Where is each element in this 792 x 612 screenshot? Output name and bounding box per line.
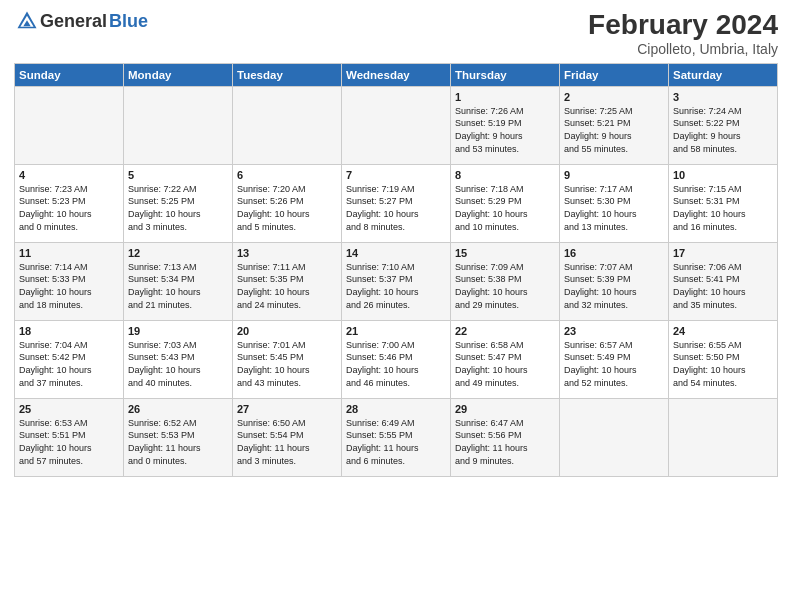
calendar-week-row: 4Sunrise: 7:23 AM Sunset: 5:23 PM Daylig… — [15, 164, 778, 242]
day-number: 22 — [455, 325, 555, 337]
weekday-header: Wednesday — [342, 63, 451, 86]
day-info: Sunrise: 6:50 AM Sunset: 5:54 PM Dayligh… — [237, 418, 310, 466]
calendar-cell — [669, 398, 778, 476]
calendar-cell: 5Sunrise: 7:22 AM Sunset: 5:25 PM Daylig… — [124, 164, 233, 242]
calendar-cell: 4Sunrise: 7:23 AM Sunset: 5:23 PM Daylig… — [15, 164, 124, 242]
calendar-title: February 2024 — [588, 10, 778, 41]
day-info: Sunrise: 7:25 AM Sunset: 5:21 PM Dayligh… — [564, 106, 633, 154]
calendar-cell — [560, 398, 669, 476]
day-info: Sunrise: 6:49 AM Sunset: 5:55 PM Dayligh… — [346, 418, 419, 466]
header: General Blue February 2024 Cipolleto, Um… — [14, 10, 778, 57]
calendar-cell: 19Sunrise: 7:03 AM Sunset: 5:43 PM Dayli… — [124, 320, 233, 398]
day-number: 14 — [346, 247, 446, 259]
calendar-week-row: 18Sunrise: 7:04 AM Sunset: 5:42 PM Dayli… — [15, 320, 778, 398]
day-number: 7 — [346, 169, 446, 181]
calendar-cell: 10Sunrise: 7:15 AM Sunset: 5:31 PM Dayli… — [669, 164, 778, 242]
day-info: Sunrise: 7:15 AM Sunset: 5:31 PM Dayligh… — [673, 184, 746, 232]
day-info: Sunrise: 7:00 AM Sunset: 5:46 PM Dayligh… — [346, 340, 419, 388]
calendar-cell: 9Sunrise: 7:17 AM Sunset: 5:30 PM Daylig… — [560, 164, 669, 242]
day-number: 19 — [128, 325, 228, 337]
weekday-header: Saturday — [669, 63, 778, 86]
day-number: 12 — [128, 247, 228, 259]
calendar-subtitle: Cipolleto, Umbria, Italy — [588, 41, 778, 57]
calendar-cell: 14Sunrise: 7:10 AM Sunset: 5:37 PM Dayli… — [342, 242, 451, 320]
calendar-cell — [124, 86, 233, 164]
day-info: Sunrise: 7:14 AM Sunset: 5:33 PM Dayligh… — [19, 262, 92, 310]
day-number: 29 — [455, 403, 555, 415]
day-info: Sunrise: 6:47 AM Sunset: 5:56 PM Dayligh… — [455, 418, 528, 466]
calendar-cell: 26Sunrise: 6:52 AM Sunset: 5:53 PM Dayli… — [124, 398, 233, 476]
day-info: Sunrise: 7:09 AM Sunset: 5:38 PM Dayligh… — [455, 262, 528, 310]
day-info: Sunrise: 6:53 AM Sunset: 5:51 PM Dayligh… — [19, 418, 92, 466]
day-info: Sunrise: 7:11 AM Sunset: 5:35 PM Dayligh… — [237, 262, 310, 310]
calendar-table: SundayMondayTuesdayWednesdayThursdayFrid… — [14, 63, 778, 477]
day-number: 18 — [19, 325, 119, 337]
calendar-cell — [342, 86, 451, 164]
logo-general: General — [40, 11, 107, 32]
day-info: Sunrise: 7:19 AM Sunset: 5:27 PM Dayligh… — [346, 184, 419, 232]
day-info: Sunrise: 6:57 AM Sunset: 5:49 PM Dayligh… — [564, 340, 637, 388]
day-number: 5 — [128, 169, 228, 181]
calendar-week-row: 11Sunrise: 7:14 AM Sunset: 5:33 PM Dayli… — [15, 242, 778, 320]
calendar-cell: 6Sunrise: 7:20 AM Sunset: 5:26 PM Daylig… — [233, 164, 342, 242]
day-number: 23 — [564, 325, 664, 337]
day-info: Sunrise: 7:07 AM Sunset: 5:39 PM Dayligh… — [564, 262, 637, 310]
calendar-cell: 25Sunrise: 6:53 AM Sunset: 5:51 PM Dayli… — [15, 398, 124, 476]
calendar-cell: 29Sunrise: 6:47 AM Sunset: 5:56 PM Dayli… — [451, 398, 560, 476]
day-number: 21 — [346, 325, 446, 337]
day-info: Sunrise: 7:04 AM Sunset: 5:42 PM Dayligh… — [19, 340, 92, 388]
day-number: 20 — [237, 325, 337, 337]
calendar-cell: 20Sunrise: 7:01 AM Sunset: 5:45 PM Dayli… — [233, 320, 342, 398]
calendar-cell — [233, 86, 342, 164]
day-info: Sunrise: 7:06 AM Sunset: 5:41 PM Dayligh… — [673, 262, 746, 310]
day-number: 8 — [455, 169, 555, 181]
weekday-header: Thursday — [451, 63, 560, 86]
day-number: 26 — [128, 403, 228, 415]
day-number: 15 — [455, 247, 555, 259]
calendar-cell: 28Sunrise: 6:49 AM Sunset: 5:55 PM Dayli… — [342, 398, 451, 476]
day-number: 2 — [564, 91, 664, 103]
day-info: Sunrise: 6:55 AM Sunset: 5:50 PM Dayligh… — [673, 340, 746, 388]
day-number: 9 — [564, 169, 664, 181]
day-info: Sunrise: 7:01 AM Sunset: 5:45 PM Dayligh… — [237, 340, 310, 388]
day-info: Sunrise: 7:13 AM Sunset: 5:34 PM Dayligh… — [128, 262, 201, 310]
calendar-cell: 11Sunrise: 7:14 AM Sunset: 5:33 PM Dayli… — [15, 242, 124, 320]
calendar-cell — [15, 86, 124, 164]
calendar-cell: 12Sunrise: 7:13 AM Sunset: 5:34 PM Dayli… — [124, 242, 233, 320]
calendar-cell: 13Sunrise: 7:11 AM Sunset: 5:35 PM Dayli… — [233, 242, 342, 320]
calendar-week-row: 1Sunrise: 7:26 AM Sunset: 5:19 PM Daylig… — [15, 86, 778, 164]
logo-blue: Blue — [109, 11, 148, 32]
day-number: 13 — [237, 247, 337, 259]
calendar-week-row: 25Sunrise: 6:53 AM Sunset: 5:51 PM Dayli… — [15, 398, 778, 476]
calendar-header-row: SundayMondayTuesdayWednesdayThursdayFrid… — [15, 63, 778, 86]
logo: General Blue — [14, 10, 148, 32]
day-number: 28 — [346, 403, 446, 415]
day-info: Sunrise: 7:23 AM Sunset: 5:23 PM Dayligh… — [19, 184, 92, 232]
day-info: Sunrise: 7:22 AM Sunset: 5:25 PM Dayligh… — [128, 184, 201, 232]
calendar-cell: 15Sunrise: 7:09 AM Sunset: 5:38 PM Dayli… — [451, 242, 560, 320]
day-number: 10 — [673, 169, 773, 181]
day-info: Sunrise: 7:24 AM Sunset: 5:22 PM Dayligh… — [673, 106, 742, 154]
day-number: 3 — [673, 91, 773, 103]
day-info: Sunrise: 7:03 AM Sunset: 5:43 PM Dayligh… — [128, 340, 201, 388]
calendar-cell: 22Sunrise: 6:58 AM Sunset: 5:47 PM Dayli… — [451, 320, 560, 398]
calendar-cell: 8Sunrise: 7:18 AM Sunset: 5:29 PM Daylig… — [451, 164, 560, 242]
calendar-cell: 23Sunrise: 6:57 AM Sunset: 5:49 PM Dayli… — [560, 320, 669, 398]
day-info: Sunrise: 7:26 AM Sunset: 5:19 PM Dayligh… — [455, 106, 524, 154]
day-number: 1 — [455, 91, 555, 103]
page-container: General Blue February 2024 Cipolleto, Um… — [0, 0, 792, 485]
day-info: Sunrise: 7:18 AM Sunset: 5:29 PM Dayligh… — [455, 184, 528, 232]
day-number: 6 — [237, 169, 337, 181]
day-info: Sunrise: 6:58 AM Sunset: 5:47 PM Dayligh… — [455, 340, 528, 388]
day-number: 4 — [19, 169, 119, 181]
day-info: Sunrise: 7:20 AM Sunset: 5:26 PM Dayligh… — [237, 184, 310, 232]
day-info: Sunrise: 7:17 AM Sunset: 5:30 PM Dayligh… — [564, 184, 637, 232]
day-number: 11 — [19, 247, 119, 259]
logo-icon — [16, 10, 38, 32]
day-number: 16 — [564, 247, 664, 259]
weekday-header: Friday — [560, 63, 669, 86]
day-number: 24 — [673, 325, 773, 337]
day-number: 27 — [237, 403, 337, 415]
calendar-cell: 21Sunrise: 7:00 AM Sunset: 5:46 PM Dayli… — [342, 320, 451, 398]
calendar-cell: 7Sunrise: 7:19 AM Sunset: 5:27 PM Daylig… — [342, 164, 451, 242]
